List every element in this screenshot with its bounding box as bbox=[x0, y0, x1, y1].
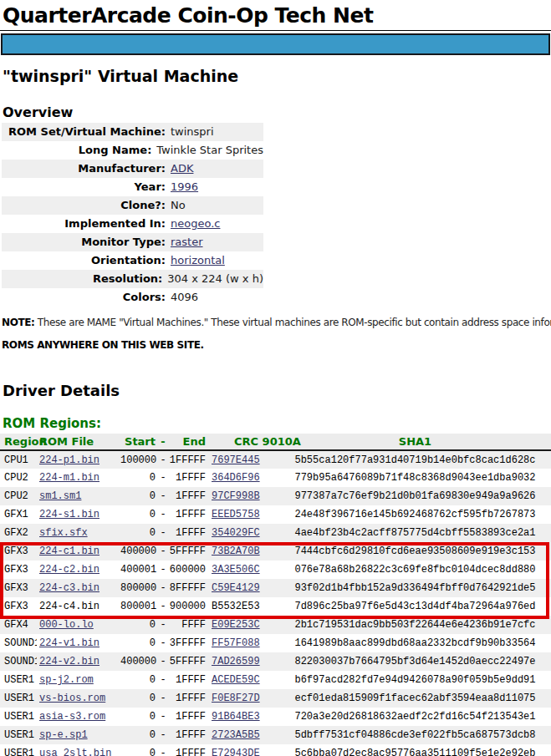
rom-file: 224-c4.bin bbox=[39, 601, 99, 612]
rom-crc-cell: ACEDE59C bbox=[209, 671, 279, 689]
rom-file-link[interactable]: sm1.sm1 bbox=[39, 490, 81, 502]
rom-end: 1FFFFF bbox=[170, 454, 206, 466]
rom-region-cell: GFX3 bbox=[0, 561, 37, 579]
rom-start-cell: 0 bbox=[120, 689, 157, 708]
rom-end: 1FFFF bbox=[176, 711, 206, 723]
rom-crc-link[interactable]: C59E4129 bbox=[212, 582, 260, 594]
rom-file-link[interactable]: sp-e.sp1 bbox=[39, 729, 88, 741]
rom-region-cell: GFX4 bbox=[0, 616, 37, 634]
rom-end: 1FFFF bbox=[176, 472, 206, 484]
overview-value-link[interactable]: 1996 bbox=[166, 178, 198, 196]
rom-file-link[interactable]: asia-s3.rom bbox=[39, 711, 105, 723]
rom-range-dash: - bbox=[160, 693, 166, 704]
rom-file-cell: sm1.sm1 bbox=[37, 487, 120, 505]
rom-file-link[interactable]: 224-c3.bin bbox=[39, 582, 99, 594]
overview-row-label: Implemented In: bbox=[2, 215, 166, 233]
rom-file-link[interactable]: 224-c1.bin bbox=[39, 545, 99, 557]
rom-range-dash: - bbox=[160, 564, 166, 576]
rom-row: USER1sp-e.sp10-1FFFF2723A5B55dbff7531cf0… bbox=[0, 726, 551, 744]
rom-region: GFX1 bbox=[4, 509, 28, 520]
rom-region: GFX3 bbox=[4, 545, 28, 557]
rom-range-dash-cell: - bbox=[157, 744, 169, 756]
rom-sha1: 7d896c25ba97f6e5d43c13d4df4ba72964a976ed bbox=[294, 601, 535, 612]
rom-end: FFFF bbox=[181, 619, 206, 631]
rom-crc-link[interactable]: 3A3E506C bbox=[212, 564, 260, 576]
overview-row-label: ROM Set/Virtual Machine: bbox=[2, 123, 166, 141]
rom-end-cell: 8FFFFF bbox=[169, 579, 209, 597]
overview-value-link[interactable]: raster bbox=[166, 233, 203, 251]
rom-start: 800000 bbox=[120, 582, 156, 594]
rom-start-cell: 0 bbox=[120, 726, 157, 744]
rom-sha1: b6f97acd282fd7e94d9426078a90f059b5e9dd91 bbox=[294, 674, 535, 686]
rom-file-link[interactable]: sfix.sfx bbox=[39, 527, 88, 539]
overview-value: Twinkle Star Sprites bbox=[151, 141, 263, 160]
rom-region: CPU2 bbox=[4, 490, 28, 502]
rom-crc-link[interactable]: ACEDE59C bbox=[212, 674, 260, 686]
rom-sha1: 5c6bba07d2ec8ac95776aa3511109f5e1e2e92eb bbox=[294, 748, 535, 756]
rom-sha1-cell: 822030037b7664795bf3d64e1452d0aecc22497e bbox=[279, 652, 551, 671]
rom-crc-link[interactable]: 7697E445 bbox=[212, 454, 260, 466]
rom-range-dash: - bbox=[160, 601, 166, 612]
rom-crc-link[interactable]: E09E253C bbox=[212, 619, 260, 631]
rom-start-cell: 800001 bbox=[120, 597, 157, 616]
rom-file-link[interactable]: 224-v1.bin bbox=[39, 637, 99, 649]
rom-crc-link[interactable]: 7AD26599 bbox=[212, 656, 260, 667]
rom-start: 0 bbox=[150, 711, 156, 723]
rom-start: 0 bbox=[150, 674, 156, 686]
rom-end-cell: 1FFFF bbox=[169, 487, 209, 505]
overview-value-link[interactable]: ADK bbox=[166, 160, 193, 178]
rom-start: 0 bbox=[150, 490, 156, 502]
rom-crc-cell: 7697E445 bbox=[209, 450, 279, 469]
rom-row-highlighted: GFX3224-c3.bin800000-8FFFFFC59E412993f02… bbox=[0, 579, 551, 597]
rom-sha1-cell: 93f02d1b4fbb152a9d336494fbff0d7642921de5 bbox=[279, 579, 551, 597]
rom-crc-link[interactable]: 2723A5B5 bbox=[212, 729, 260, 741]
rom-row: USER1usa_2slt.bin0-1FFFFE72943DE5c6bba07… bbox=[0, 744, 551, 756]
rom-region-cell: GFX1 bbox=[0, 505, 37, 524]
rom-range-dash-cell: - bbox=[157, 597, 169, 616]
rom-file-link[interactable]: sp-j2.rom bbox=[39, 674, 94, 686]
rom-end-cell: 1FFFFF bbox=[169, 450, 209, 469]
overview-row-label: Manufacturer: bbox=[2, 160, 166, 178]
rom-range-dash: - bbox=[160, 545, 166, 557]
rom-crc-link[interactable]: 91B64BE3 bbox=[212, 711, 260, 723]
rom-sha1-cell: 5b55ca120f77a931d40719b14e0bfc8cac1d628c bbox=[279, 450, 551, 469]
rom-range-dash: - bbox=[160, 674, 166, 686]
rom-row: USER1vs-bios.rom0-1FFFFF0E8F27Decf01eda8… bbox=[0, 689, 551, 708]
rom-file-link[interactable]: 000-lo.lo bbox=[39, 619, 94, 631]
overview-value-link[interactable]: neogeo.c bbox=[166, 215, 220, 233]
rom-row-highlighted: GFX3224-c2.bin400001-6000003A3E506C076e7… bbox=[0, 561, 551, 579]
rom-range-dash: - bbox=[160, 490, 166, 502]
rom-file-cell: sp-j2.rom bbox=[37, 671, 120, 689]
rom-crc-link[interactable]: F0E8F27D bbox=[212, 693, 260, 704]
rom-table-wrapper: Region ROM File Start - End CRC 9010A SH… bbox=[0, 434, 551, 756]
overview-row: Manufacturer:ADK bbox=[2, 160, 263, 178]
rom-crc-link[interactable]: E72943DE bbox=[212, 748, 260, 756]
rom-file-link[interactable]: 224-c2.bin bbox=[39, 564, 99, 576]
rom-region-cell: GFX2 bbox=[0, 524, 37, 542]
overview-value-link[interactable]: horizontal bbox=[166, 251, 225, 270]
rom-sha1-cell: 779b95a6476089b71f48c8368d9043ee1dba9032 bbox=[279, 469, 551, 487]
rom-crc-link[interactable]: 364D6F96 bbox=[212, 472, 260, 484]
rom-crc-link[interactable]: 73B2A70B bbox=[212, 545, 260, 557]
rom-file-link[interactable]: 224-v2.bin bbox=[39, 656, 99, 667]
rom-crc-link[interactable]: 354029FC bbox=[212, 527, 260, 539]
rom-file-link[interactable]: 224-m1.bin bbox=[39, 472, 99, 484]
rom-crc-link[interactable]: EEED5758 bbox=[212, 509, 260, 520]
rom-row-highlighted: GFX3224-c4.bin800001-900000B5532E537d896… bbox=[0, 597, 551, 616]
rom-crc-cell: 97CF998B bbox=[209, 487, 279, 505]
rom-end: 5FFFFF bbox=[170, 656, 206, 667]
rom-file-link[interactable]: usa_2slt.bin bbox=[39, 748, 111, 756]
rom-range-dash-cell: - bbox=[157, 561, 169, 579]
rom-file-link[interactable]: vs-bios.rom bbox=[39, 693, 105, 704]
rom-crc-link[interactable]: 97CF998B bbox=[212, 490, 260, 502]
rom-end: 1FFFF bbox=[176, 674, 206, 686]
overview-row: Long Name:Twinkle Star Sprites bbox=[2, 141, 263, 160]
rom-file-link[interactable]: 224-s1.bin bbox=[39, 509, 99, 520]
rom-file-link[interactable]: 224-p1.bin bbox=[39, 454, 99, 466]
rom-crc-link[interactable]: FF57F088 bbox=[212, 637, 260, 649]
overview-row: Orientation:horizontal bbox=[2, 251, 263, 270]
rom-row: GFX1224-s1.bin0-1FFFFEEED575824e48f39671… bbox=[0, 505, 551, 524]
rom-crc-cell: EEED5758 bbox=[209, 505, 279, 524]
rom-start-cell: 400001 bbox=[120, 561, 157, 579]
rom-sha1-cell: ecf01eda815909f1facec62abf3594eaa8d11075 bbox=[279, 689, 551, 708]
